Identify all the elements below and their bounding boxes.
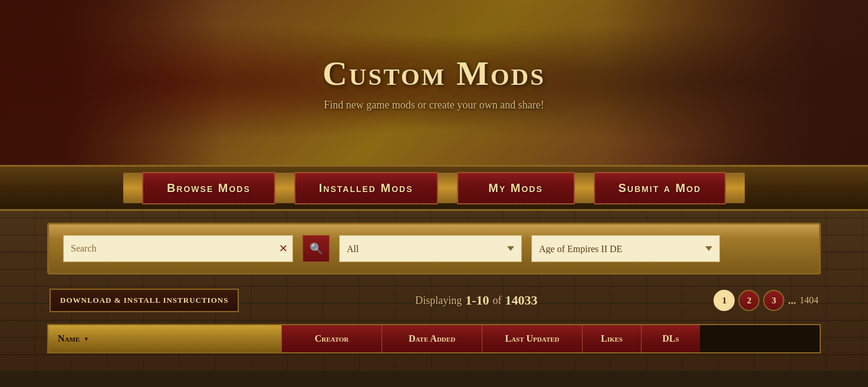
page-subtitle: Find new game mods or create your own an… (323, 99, 545, 111)
filter-dropdown[interactable]: All Art & Graphics Campaigns Maps AI Dat… (339, 235, 522, 262)
tab-browse-mods[interactable]: Browse Mods (142, 172, 275, 204)
results-range: 1-10 (465, 293, 489, 308)
nav-separator-right (726, 173, 745, 203)
hero-left-decoration (0, 0, 224, 165)
th-name[interactable]: Name ▼ (48, 325, 281, 352)
pagination: 1 2 3 ... 1404 (714, 290, 818, 311)
nav-tabs-wrapper: Browse Mods Installed Mods My Mods Submi… (0, 165, 868, 211)
page-button-3[interactable]: 3 (763, 290, 784, 311)
results-count: Displaying 1-10 of 14033 (415, 293, 537, 308)
download-instructions-button[interactable]: Download & Install Instructions (50, 289, 239, 312)
search-section: ✕ 🔍 All Art & Graphics Campaigns Maps AI… (47, 223, 821, 274)
displaying-label: Displaying (415, 295, 462, 307)
results-bar: Download & Install Instructions Displayi… (47, 284, 821, 317)
th-creator[interactable]: Creator (281, 325, 382, 352)
results-total: 14033 (505, 293, 538, 308)
search-clear-button[interactable]: ✕ (274, 243, 292, 254)
page-button-last[interactable]: 1404 (800, 295, 818, 306)
search-icon: 🔍 (310, 242, 323, 255)
nav-separator-left (123, 173, 142, 203)
main-content: ✕ 🔍 All Art & Graphics Campaigns Maps AI… (0, 211, 868, 371)
search-submit-button[interactable]: 🔍 (303, 235, 330, 262)
tab-installed-mods[interactable]: Installed Mods (294, 172, 438, 204)
page-title: Custom Mods (323, 54, 545, 93)
mods-table: Name ▼ Creator Date Added Last Updated L… (47, 324, 821, 353)
nav-separator-1 (275, 173, 294, 203)
nav-tabs: Browse Mods Installed Mods My Mods Submi… (123, 172, 745, 204)
th-date-added[interactable]: Date Added (382, 325, 482, 352)
game-dropdown[interactable]: Age of Empires II DE Age of Empires III … (531, 235, 720, 262)
hero-section: Custom Mods Find new game mods or create… (0, 0, 868, 165)
search-input-wrapper: ✕ (63, 235, 293, 262)
th-dls[interactable]: DLs (641, 325, 700, 352)
nav-separator-2 (438, 173, 457, 203)
hero-right-decoration (603, 0, 868, 165)
tab-my-mods[interactable]: My Mods (457, 172, 575, 204)
pagination-ellipsis: ... (788, 295, 796, 307)
th-likes[interactable]: Likes (582, 325, 641, 352)
tab-submit-mod[interactable]: Submit a Mod (594, 172, 726, 204)
nav-separator-3 (575, 173, 594, 203)
page-button-1[interactable]: 1 (714, 290, 735, 311)
of-label: of (493, 295, 502, 307)
table-header: Name ▼ Creator Date Added Last Updated L… (48, 325, 820, 352)
sort-arrow-icon: ▼ (83, 336, 89, 342)
search-input[interactable] (64, 243, 274, 254)
page-button-2[interactable]: 2 (738, 290, 760, 311)
th-last-updated[interactable]: Last Updated (482, 325, 582, 352)
